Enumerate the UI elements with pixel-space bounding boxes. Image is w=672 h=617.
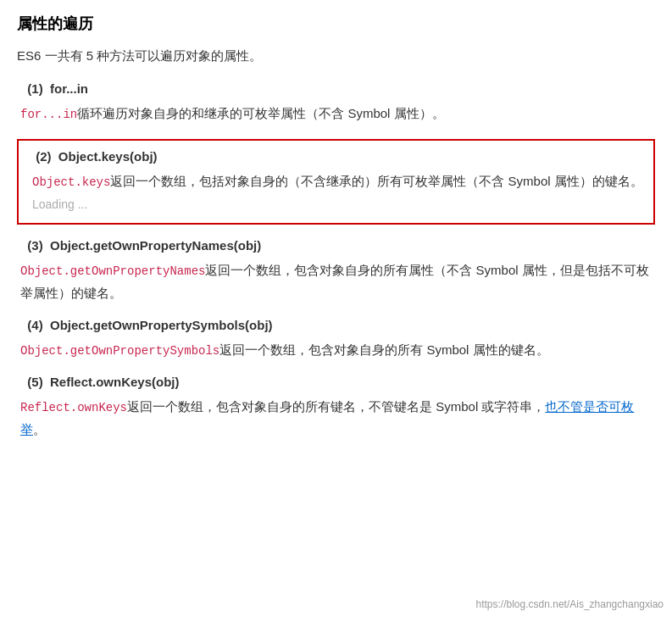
section-5-num: (5) [20, 375, 50, 389]
section-1-body: for...in循环遍历对象自身的和继承的可枚举属性（不含 Symbol 属性）… [17, 103, 655, 125]
section-5-code: Reflect.ownKeys [20, 401, 127, 414]
section-2-num: (2) [32, 149, 58, 164]
footer-url: https://blog.csdn.net/Ais_zhangchangxiao [476, 598, 664, 610]
section-1-text: 循环遍历对象自身的和继承的可枚举属性（不含 Symbol 属性）。 [77, 106, 444, 120]
section-3-method: Object.getOwnPropertyNames(obj) [50, 238, 261, 253]
section-5-text-2: 。 [33, 422, 46, 436]
section-1: (1) for...in for...in循环遍历对象自身的和继承的可枚举属性（… [17, 81, 655, 125]
section-4-body: Object.getOwnPropertySymbols返回一个数组，包含对象自… [17, 339, 655, 362]
section-3-heading: (3) Object.getOwnPropertyNames(obj) [17, 238, 655, 253]
section-3-body: Object.getOwnPropertyNames返回一个数组，包含对象自身的… [17, 259, 655, 303]
section-5-heading: (5) Reflect.ownKeys(obj) [17, 375, 655, 389]
section-2-highlighted: (2) Object.keys(obj) Object.keys返回一个数组，包… [17, 139, 655, 225]
section-4-heading: (4) Object.getOwnPropertySymbols(obj) [17, 318, 655, 332]
section-1-method: for...in [50, 81, 88, 96]
section-5-method: Reflect.ownKeys(obj) [50, 375, 180, 389]
section-5-text-1: 返回一个数组，包含对象自身的所有键名，不管键名是 Symbol 或字符串， [127, 399, 545, 414]
section-3: (3) Object.getOwnPropertyNames(obj) Obje… [17, 238, 655, 303]
intro-text: ES6 一共有 5 种方法可以遍历对象的属性。 [17, 46, 655, 66]
section-5-body: Reflect.ownKeys返回一个数组，包含对象自身的所有键名，不管键名是 … [17, 396, 655, 440]
section-4-method: Object.getOwnPropertySymbols(obj) [50, 318, 273, 332]
section-4: (4) Object.getOwnPropertySymbols(obj) Ob… [17, 318, 655, 362]
section-2-heading: (2) Object.keys(obj) [29, 149, 643, 164]
section-1-num: (1) [20, 81, 50, 96]
section-2-text: 返回一个数组，包括对象自身的（不含继承的）所有可枚举属性（不含 Symbol 属… [110, 174, 642, 188]
section-2-method: Object.keys(obj) [58, 149, 158, 164]
section-2-code: Object.keys [32, 175, 110, 189]
section-1-heading: (1) for...in [17, 81, 655, 96]
section-4-num: (4) [20, 318, 50, 332]
section-4-text: 返回一个数组，包含对象自身的所有 Symbol 属性的键名。 [219, 342, 548, 357]
section-2-body: Object.keys返回一个数组，包括对象自身的（不含继承的）所有可枚举属性（… [29, 170, 643, 215]
loading-indicator: Loading ... [32, 197, 87, 211]
section-5: (5) Reflect.ownKeys(obj) Reflect.ownKeys… [17, 375, 655, 440]
section-3-code: Object.getOwnPropertyNames [20, 264, 205, 278]
section-3-num: (3) [20, 238, 50, 253]
page-title: 属性的遍历 [17, 14, 655, 34]
section-4-code: Object.getOwnPropertySymbols [20, 344, 219, 358]
section-1-code: for...in [20, 108, 77, 121]
